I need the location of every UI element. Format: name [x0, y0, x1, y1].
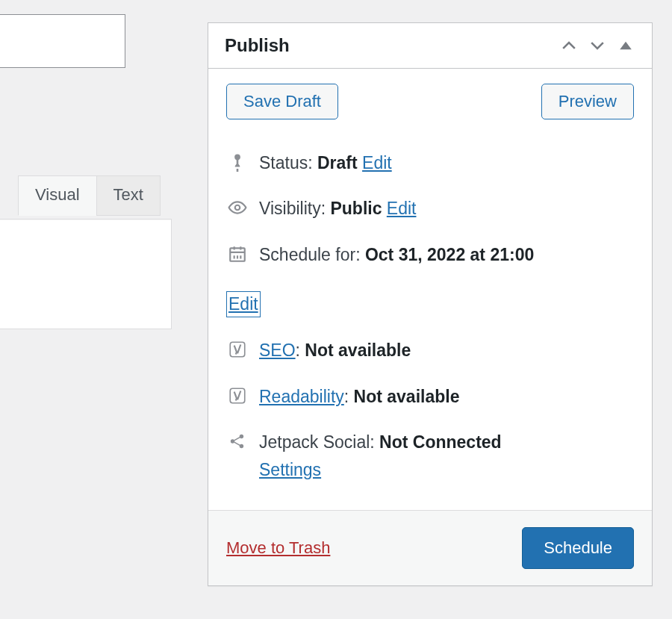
seo-link[interactable]: SEO	[259, 340, 296, 360]
editor-tabs: Visual Text	[18, 175, 161, 216]
preview-button[interactable]: Preview	[541, 84, 634, 119]
post-title-input[interactable]	[0, 14, 125, 68]
metabox-title: Publish	[225, 35, 290, 56]
jetpack-value: Not Connected	[379, 432, 502, 452]
tab-text[interactable]: Text	[96, 175, 161, 216]
yoast-icon	[226, 385, 249, 405]
seo-row: SEO: Not available	[226, 328, 634, 373]
svg-rect-2	[230, 343, 245, 358]
schedule-value: Oct 31, 2022 at 21:00	[365, 245, 534, 264]
visibility-value: Public	[330, 199, 382, 218]
metabox-header: Publish	[208, 23, 652, 69]
panel-move-up-button[interactable]	[559, 36, 579, 55]
schedule-row: Schedule for: Oct 31, 2022 at 21:00 Edit	[226, 232, 634, 329]
jetpack-label: Jetpack Social:	[259, 432, 375, 452]
share-icon	[226, 430, 249, 451]
jetpack-settings-link[interactable]: Settings	[259, 458, 634, 482]
readability-value: Not available	[354, 387, 460, 406]
visibility-label: Visibility:	[259, 199, 326, 218]
panel-toggle-button[interactable]	[616, 36, 635, 55]
readability-row: Readability: Not available	[226, 374, 634, 420]
publish-metabox: Publish Save Draft Preview Status: Draft	[208, 22, 653, 586]
save-draft-button[interactable]: Save Draft	[226, 84, 338, 119]
status-label: Status:	[259, 153, 313, 172]
readability-sep: :	[344, 387, 354, 406]
svg-point-6	[240, 444, 243, 448]
jetpack-row: Jetpack Social: Not Connected Settings	[226, 420, 634, 494]
publish-footer: Move to Trash Schedule	[208, 510, 652, 585]
visibility-edit-link[interactable]: Edit	[387, 199, 417, 218]
move-to-trash-link[interactable]: Move to Trash	[226, 538, 330, 558]
seo-sep: :	[296, 340, 305, 360]
pin-icon	[226, 151, 249, 172]
yoast-icon	[226, 338, 249, 359]
chevron-down-icon	[588, 36, 607, 55]
svg-rect-3	[230, 388, 245, 403]
svg-point-5	[240, 435, 243, 438]
panel-move-down-button[interactable]	[588, 36, 607, 55]
triangle-up-icon	[616, 36, 635, 55]
eye-icon	[226, 196, 249, 217]
status-row: Status: Draft Edit	[226, 140, 634, 186]
svg-rect-1	[230, 248, 245, 261]
schedule-label: Schedule for:	[259, 245, 361, 264]
readability-link[interactable]: Readability	[259, 387, 344, 406]
chevron-up-icon	[559, 36, 579, 55]
svg-point-0	[235, 205, 240, 211]
schedule-edit-link[interactable]: Edit	[226, 291, 261, 317]
visibility-row: Visibility: Public Edit	[226, 186, 634, 231]
svg-point-4	[231, 439, 234, 443]
status-edit-link[interactable]: Edit	[362, 153, 392, 172]
editor-content-area[interactable]	[0, 219, 172, 329]
tab-visual[interactable]: Visual	[18, 175, 97, 216]
schedule-button[interactable]: Schedule	[522, 527, 634, 569]
seo-value: Not available	[305, 340, 411, 360]
status-value: Draft	[317, 153, 358, 172]
calendar-icon	[226, 243, 249, 264]
